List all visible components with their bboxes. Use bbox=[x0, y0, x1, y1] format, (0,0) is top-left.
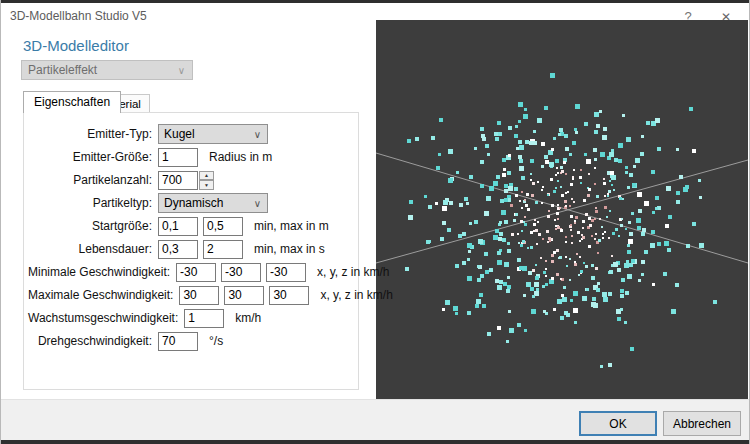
form-row: Emitter-Typ: Kugel ∨ bbox=[28, 124, 268, 144]
model-type-value: Partikeleffekt bbox=[28, 63, 97, 77]
max-speed-y-input[interactable] bbox=[224, 286, 264, 305]
form-row: Emitter-Größe: Radius in m bbox=[28, 147, 272, 167]
max-speed-x-input[interactable] bbox=[179, 286, 219, 305]
ok-button[interactable]: OK bbox=[579, 411, 657, 436]
model-type-select: Partikeleffekt ∨ bbox=[21, 60, 193, 80]
field-label: Emitter-Typ: bbox=[28, 127, 158, 141]
field-label: Emitter-Größe: bbox=[28, 150, 158, 164]
particle-type-value: Dynamisch bbox=[164, 196, 223, 210]
cancel-button[interactable]: Abbrechen bbox=[663, 411, 741, 436]
spinner-down-icon[interactable]: ▼ bbox=[199, 180, 214, 190]
field-unit: °/s bbox=[209, 334, 223, 348]
background-window-edge-bottom bbox=[1, 440, 749, 444]
dialog-footer: OK Abbrechen bbox=[1, 399, 749, 440]
field-label: Startgröße: bbox=[28, 219, 158, 233]
min-speed-z-input[interactable] bbox=[266, 263, 306, 282]
lifetime-max-input[interactable] bbox=[203, 240, 243, 259]
field-unit: x, y, z in km/h bbox=[317, 265, 389, 279]
max-speed-z-input[interactable] bbox=[269, 286, 309, 305]
window-title: 3D-Modellbahn Studio V5 bbox=[10, 9, 147, 23]
min-speed-y-input[interactable] bbox=[221, 263, 261, 282]
axis-lines bbox=[376, 20, 748, 399]
form-row: Drehgeschwindigkeit: °/s bbox=[28, 331, 223, 351]
tab-eigenschaften[interactable]: Eigenschaften bbox=[23, 91, 121, 113]
emitter-size-input[interactable] bbox=[158, 148, 198, 167]
particle-type-select[interactable]: Dynamisch ∨ bbox=[158, 193, 268, 213]
field-label: Wachstumsgeschwindigkeit: bbox=[28, 311, 184, 325]
3d-preview-viewport[interactable] bbox=[376, 20, 748, 399]
start-size-max-input[interactable] bbox=[203, 217, 243, 236]
field-label: Partikeltyp: bbox=[28, 196, 158, 210]
min-speed-x-input[interactable] bbox=[176, 263, 216, 282]
field-unit: km/h bbox=[235, 311, 261, 325]
field-label: Minimale Geschwindigkeit: bbox=[28, 265, 176, 279]
form-row: Partikelanzahl: ▲ ▼ bbox=[28, 170, 214, 190]
rotation-speed-input[interactable] bbox=[158, 332, 198, 351]
form-row: Partikeltyp: Dynamisch ∨ bbox=[28, 193, 268, 213]
form-row: Lebensdauer: min, max in s bbox=[28, 239, 325, 259]
field-label: Maximale Geschwindigkeit: bbox=[28, 288, 179, 302]
page-title: 3D-Modelleditor bbox=[23, 37, 129, 54]
lifetime-min-input[interactable] bbox=[158, 240, 198, 259]
particle-count-stepper: ▲ ▼ bbox=[199, 171, 214, 190]
spinner-up-icon[interactable]: ▲ bbox=[199, 171, 214, 181]
form-row: Minimale Geschwindigkeit: x, y, z in km/… bbox=[28, 262, 390, 282]
form-row: Startgröße: min, max in m bbox=[28, 216, 329, 236]
field-label: Lebensdauer: bbox=[28, 242, 158, 256]
field-unit: min, max in s bbox=[254, 242, 325, 256]
emitter-type-select[interactable]: Kugel ∨ bbox=[158, 124, 268, 144]
field-unit: Radius in m bbox=[209, 150, 272, 164]
field-label: Drehgeschwindigkeit: bbox=[28, 334, 158, 348]
field-unit: x, y, z in km/h bbox=[320, 288, 392, 302]
properties-tab-panel: Emitter-Typ: Kugel ∨ Emitter-Größe: Radi… bbox=[23, 112, 359, 390]
form-row: Wachstumsgeschwindigkeit: km/h bbox=[28, 308, 261, 328]
start-size-min-input[interactable] bbox=[158, 217, 198, 236]
growth-speed-input[interactable] bbox=[184, 309, 224, 328]
field-label: Partikelanzahl: bbox=[28, 173, 158, 187]
particle-count-input[interactable] bbox=[158, 171, 198, 190]
form-row: Maximale Geschwindigkeit: x, y, z in km/… bbox=[28, 285, 393, 305]
chevron-down-icon: ∨ bbox=[254, 126, 261, 144]
chevron-down-icon: ∨ bbox=[254, 195, 261, 213]
chevron-down-icon: ∨ bbox=[178, 62, 185, 80]
model-editor-dialog: 3D-Modellbahn Studio V5 ? ✕ 3D-Modelledi… bbox=[0, 0, 750, 444]
field-unit: min, max in m bbox=[254, 219, 329, 233]
emitter-type-value: Kugel bbox=[164, 127, 195, 141]
